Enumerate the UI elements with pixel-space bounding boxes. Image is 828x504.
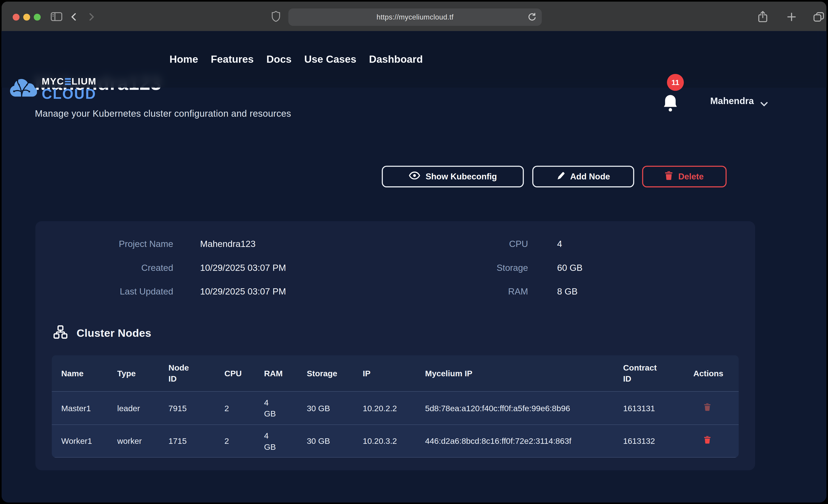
node-storage: 30 GB [297, 435, 354, 447]
node-cpu: 2 [215, 403, 254, 414]
delete-node-button[interactable] [704, 403, 711, 411]
close-window-button[interactable] [13, 13, 19, 20]
pencil-icon [556, 171, 565, 182]
minimize-window-button[interactable] [23, 13, 30, 20]
sidebar-toggle-icon[interactable] [51, 12, 63, 21]
info-row-project-name: Project Name Mahendra123 [35, 237, 286, 252]
cluster-nodes-table: Name Type Node ID CPU RAM Storage IP Myc… [52, 355, 739, 458]
col-header-cpu: CPU [215, 368, 254, 379]
col-header-type: Type [108, 368, 159, 379]
info-value: 10/29/2025 03:07 PM [200, 287, 286, 297]
tab-overview-icon[interactable] [813, 12, 824, 22]
privacy-shield-icon[interactable] [272, 10, 280, 22]
nav-item-dashboard[interactable]: Dashboard [369, 53, 423, 66]
table-row: Worker1 worker 1715 2 4 GB 30 GB 10.20.3… [52, 424, 739, 458]
info-row-storage: Storage 60 GB [396, 261, 583, 276]
info-value: 8 GB [557, 287, 578, 297]
page-viewport: Mahendra123 Manage your Kubernetes clust… [2, 31, 826, 503]
info-row-ram: RAM 8 GB [396, 285, 583, 299]
project-info-left: Project Name Mahendra123 Created 10/29/2… [35, 237, 286, 308]
node-storage: 30 GB [297, 403, 354, 414]
notification-badge: 11 [667, 74, 684, 91]
address-bar[interactable]: https://myceliumcloud.tf [288, 8, 542, 26]
col-header-ram: RAM [255, 368, 297, 379]
col-header-ip: IP [353, 368, 415, 379]
node-mycelium-ip: 5d8:78ea:a120:f40c:ff0f:a5fe:99e6:8b96 [415, 403, 614, 414]
brand-name-top: MYCLIUM [42, 76, 96, 87]
reload-icon[interactable] [528, 13, 536, 23]
notification-bell-icon[interactable] [663, 93, 677, 115]
cluster-nodes-title: Cluster Nodes [77, 327, 151, 339]
delete-node-button[interactable] [704, 435, 711, 444]
brand-name-bottom: CLOUD [42, 87, 96, 101]
cluster-nodes-heading: Cluster Nodes [53, 325, 151, 341]
table-header-row: Name Type Node ID CPU RAM Storage IP Myc… [52, 355, 739, 391]
nav-links: Home Features Docs Use Cases Dashboard [170, 31, 423, 88]
back-button[interactable] [71, 13, 76, 20]
node-ram: 4 GB [255, 397, 297, 419]
nav-item-use-cases[interactable]: Use Cases [304, 53, 357, 66]
info-row-cpu: CPU 4 [396, 237, 583, 252]
nav-item-home[interactable]: Home [170, 53, 198, 66]
top-navbar: MYCLIUM CLOUD Home Features Docs Use Cas… [2, 31, 826, 88]
node-name: Master1 [52, 403, 108, 414]
info-label: Last Updated [35, 287, 173, 297]
chevron-down-icon[interactable] [760, 99, 768, 109]
zoom-window-button[interactable] [34, 13, 41, 20]
node-contract-id: 1613132 [614, 435, 684, 447]
info-label: Project Name [35, 239, 173, 250]
col-header-mycelium-ip: Mycelium IP [415, 368, 614, 379]
browser-chrome: https://myceliumcloud.tf [2, 2, 826, 31]
node-ram: 4 GB [255, 430, 297, 452]
node-contract-id: 1613131 [614, 403, 684, 414]
brand-text: MYCLIUM CLOUD [42, 76, 96, 101]
node-actions [684, 435, 739, 447]
cluster-details-panel: Project Name Mahendra123 Created 10/29/2… [35, 221, 755, 470]
page-subtitle: Manage your Kubernetes cluster configura… [35, 108, 291, 119]
show-kubeconfig-label: Show Kubeconfig [426, 172, 497, 181]
trash-icon [665, 171, 673, 182]
node-id: 1715 [159, 435, 215, 447]
info-label: CPU [396, 239, 528, 250]
col-header-node-id: Node ID [159, 362, 215, 384]
share-icon[interactable] [758, 10, 768, 23]
forward-button[interactable] [89, 13, 94, 20]
node-actions [684, 403, 739, 414]
node-ip: 10.20.2.2 [353, 403, 415, 414]
info-row-last-updated: Last Updated 10/29/2025 03:07 PM [35, 285, 286, 299]
mycelium-cloud-logo-icon [8, 77, 37, 100]
browser-window: https://myceliumcloud.tf [2, 2, 826, 503]
show-kubeconfig-button[interactable]: Show Kubeconfig [382, 166, 524, 187]
col-header-name: Name [52, 368, 108, 379]
user-menu[interactable]: Mahendra [710, 95, 754, 107]
node-type: worker [108, 435, 159, 447]
new-tab-icon[interactable] [787, 13, 796, 21]
delete-cluster-button[interactable]: Delete [642, 166, 727, 187]
node-ip: 10.20.3.2 [353, 435, 415, 447]
eye-icon [409, 172, 420, 182]
brand-logo[interactable]: MYCLIUM CLOUD [8, 76, 96, 101]
info-label: Created [35, 263, 173, 274]
node-mycelium-ip: 446:d2a6:8bcd:8c16:ff0f:72e2:3114:863f [415, 435, 614, 447]
info-label: Storage [396, 263, 528, 274]
col-header-actions: Actions [684, 368, 739, 379]
info-value: 10/29/2025 03:07 PM [200, 263, 286, 274]
table-row: Master1 leader 7915 2 4 GB 30 GB 10.20.2… [52, 391, 739, 424]
info-value: Mahendra123 [200, 239, 255, 250]
logo-e-bars-icon [65, 78, 71, 85]
nav-item-features[interactable]: Features [211, 53, 254, 66]
info-value: 4 [557, 239, 562, 250]
add-node-button[interactable]: Add Node [532, 166, 634, 187]
network-nodes-icon [53, 325, 68, 341]
info-value: 60 GB [557, 263, 583, 274]
node-type: leader [108, 403, 159, 414]
node-id: 7915 [159, 403, 215, 414]
col-header-contract-id: Contract ID [614, 362, 684, 384]
node-name: Worker1 [52, 435, 108, 447]
info-row-created: Created 10/29/2025 03:07 PM [35, 261, 286, 276]
screen: https://myceliumcloud.tf [0, 0, 828, 504]
info-label: RAM [396, 287, 528, 297]
node-cpu: 2 [215, 435, 254, 447]
nav-item-docs[interactable]: Docs [266, 53, 292, 66]
url-text: https://myceliumcloud.tf [376, 13, 453, 21]
